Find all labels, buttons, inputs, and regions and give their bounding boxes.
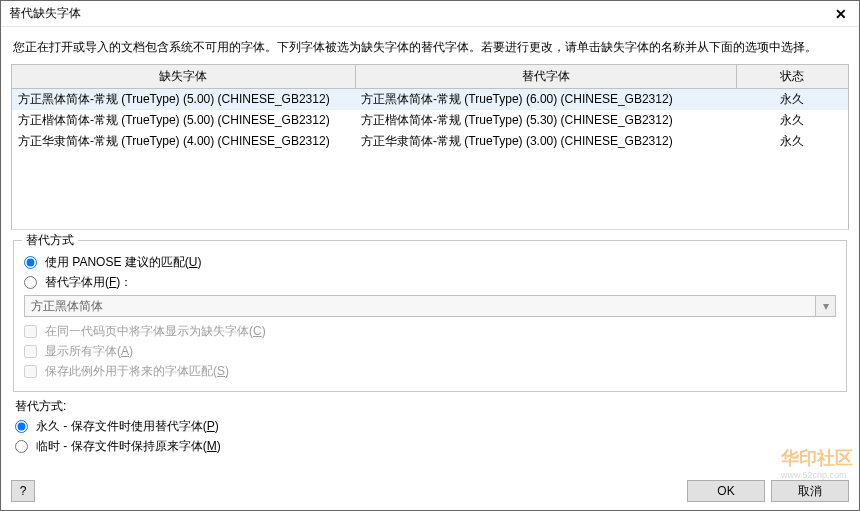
substitution-method-group: 替代方式 使用 PANOSE 建议的匹配(U) 替代字体用(F)： ▾ 在同一代…	[13, 240, 847, 392]
radio-temporary-input[interactable]	[15, 440, 28, 453]
cell-missing: 方正黑体简体-常规 (TrueType) (5.00) (CHINESE_GB2…	[12, 89, 355, 110]
check-show-all-input	[24, 345, 37, 358]
check-same-codepage-input	[24, 325, 37, 338]
font-table: 缺失字体 替代字体 状态 方正黑体简体-常规 (TrueType) (5.00)…	[11, 64, 849, 230]
ok-button[interactable]: OK	[687, 480, 765, 502]
cell-substitute: 方正华隶简体-常规 (TrueType) (3.00) (CHINESE_GB2…	[355, 131, 736, 152]
table-body: 方正黑体简体-常规 (TrueType) (5.00) (CHINESE_GB2…	[12, 89, 848, 152]
radio-panose-input[interactable]	[24, 256, 37, 269]
radio-panose[interactable]: 使用 PANOSE 建议的匹配(U)	[24, 254, 836, 271]
dialog-content: 您正在打开或导入的文档包含系统不可用的字体。下列字体被选为缺失字体的替代字体。若…	[1, 27, 859, 464]
cell-status: 永久	[736, 89, 848, 110]
radio-temporary-label: 临时 - 保存文件时保持原来字体(M)	[36, 438, 221, 455]
radio-use-font[interactable]: 替代字体用(F)：	[24, 274, 836, 291]
help-icon: ?	[20, 484, 27, 498]
window-title: 替代缺失字体	[9, 5, 81, 22]
radio-use-font-label: 替代字体用(F)：	[45, 274, 132, 291]
radio-temporary[interactable]: 临时 - 保存文件时保持原来字体(M)	[15, 438, 845, 455]
radio-permanent-input[interactable]	[15, 420, 28, 433]
font-combo-input[interactable]	[24, 295, 816, 317]
table-row[interactable]: 方正楷体简体-常规 (TrueType) (5.00) (CHINESE_GB2…	[12, 110, 848, 131]
dialog-footer: ? OK 取消	[1, 474, 859, 510]
check-same-codepage-label: 在同一代码页中将字体显示为缺失字体(C)	[45, 323, 266, 340]
table-header-row: 缺失字体 替代字体 状态	[12, 65, 848, 89]
cell-substitute: 方正楷体简体-常规 (TrueType) (5.30) (CHINESE_GB2…	[355, 110, 736, 131]
check-save-exception: 保存此例外用于将来的字体匹配(S)	[24, 363, 836, 380]
help-button[interactable]: ?	[11, 480, 35, 502]
check-show-all: 显示所有字体(A)	[24, 343, 836, 360]
font-combo[interactable]: ▾	[24, 295, 836, 317]
check-save-exception-label: 保存此例外用于将来的字体匹配(S)	[45, 363, 229, 380]
check-save-exception-input	[24, 365, 37, 378]
cell-missing: 方正楷体简体-常规 (TrueType) (5.00) (CHINESE_GB2…	[12, 110, 355, 131]
cell-status: 永久	[736, 131, 848, 152]
persist-label: 替代方式:	[15, 398, 845, 415]
cancel-button[interactable]: 取消	[771, 480, 849, 502]
chevron-down-icon[interactable]: ▾	[816, 295, 836, 317]
cell-status: 永久	[736, 110, 848, 131]
close-icon: ✕	[835, 6, 847, 22]
titlebar: 替代缺失字体 ✕	[1, 1, 859, 27]
description-text: 您正在打开或导入的文档包含系统不可用的字体。下列字体被选为缺失字体的替代字体。若…	[13, 39, 847, 56]
col-status[interactable]: 状态	[736, 65, 848, 89]
radio-permanent-label: 永久 - 保存文件时使用替代字体(P)	[36, 418, 219, 435]
check-show-all-label: 显示所有字体(A)	[45, 343, 133, 360]
table-row[interactable]: 方正黑体简体-常规 (TrueType) (5.00) (CHINESE_GB2…	[12, 89, 848, 110]
radio-panose-label: 使用 PANOSE 建议的匹配(U)	[45, 254, 201, 271]
col-missing[interactable]: 缺失字体	[12, 65, 355, 89]
cell-missing: 方正华隶简体-常规 (TrueType) (4.00) (CHINESE_GB2…	[12, 131, 355, 152]
group-legend: 替代方式	[22, 232, 78, 249]
check-same-codepage: 在同一代码页中将字体显示为缺失字体(C)	[24, 323, 836, 340]
table-row[interactable]: 方正华隶简体-常规 (TrueType) (4.00) (CHINESE_GB2…	[12, 131, 848, 152]
radio-use-font-input[interactable]	[24, 276, 37, 289]
cell-substitute: 方正黑体简体-常规 (TrueType) (6.00) (CHINESE_GB2…	[355, 89, 736, 110]
radio-permanent[interactable]: 永久 - 保存文件时使用替代字体(P)	[15, 418, 845, 435]
col-substitute[interactable]: 替代字体	[355, 65, 736, 89]
close-button[interactable]: ✕	[827, 4, 855, 24]
